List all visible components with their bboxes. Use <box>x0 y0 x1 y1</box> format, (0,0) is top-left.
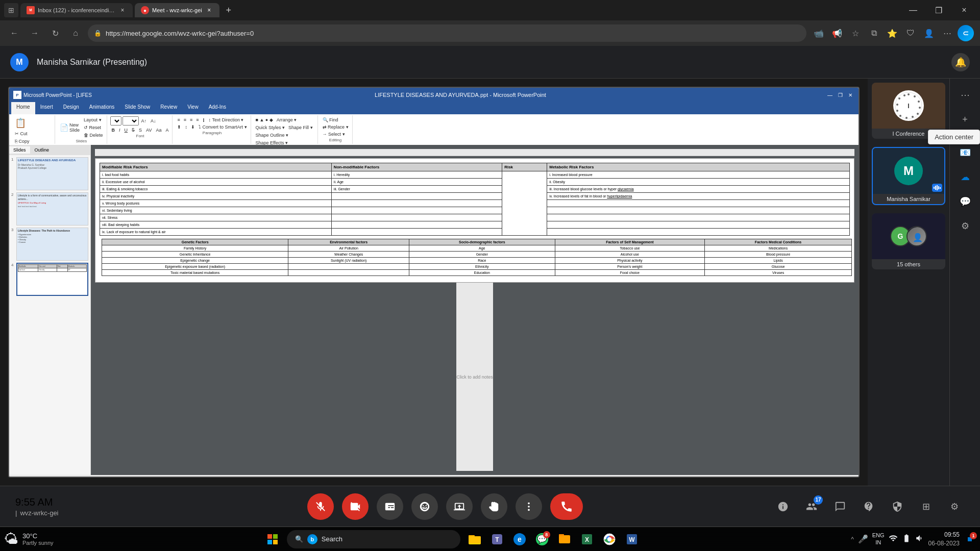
end-call-button[interactable] <box>550 493 583 520</box>
align-left-button[interactable]: ≡ <box>176 116 181 123</box>
video-call-icon[interactable]: 📹 <box>811 25 827 41</box>
font-size-select[interactable] <box>122 116 139 126</box>
weather-widget[interactable]: 🌤 30°C Partly sunny <box>4 531 54 547</box>
info-button[interactable] <box>773 496 793 517</box>
search-bar[interactable]: 🔍 b Search <box>287 530 460 548</box>
taskbar-word[interactable]: W <box>622 529 642 549</box>
reset-button[interactable]: ↺ Reset <box>82 124 105 131</box>
select-button[interactable]: → Select ▾ <box>321 131 350 138</box>
new-tab-button[interactable]: + <box>222 3 236 17</box>
align-center-button[interactable]: ≡ <box>182 116 188 123</box>
volume-icon[interactable] <box>915 534 924 545</box>
shape-effects-button[interactable]: Shape Effects ▾ <box>254 139 289 145</box>
smartart-button[interactable]: ⤵ Convert to SmartArt ▾ <box>197 123 249 131</box>
forward-button[interactable]: → <box>27 25 43 41</box>
slides-tab[interactable]: Slides <box>9 146 31 154</box>
people-button[interactable]: 17 <box>801 496 822 517</box>
shape-outline-button[interactable]: Shape Outline ▾ <box>254 132 290 139</box>
onedrive-icon[interactable]: ☁ <box>955 167 975 187</box>
safety-button[interactable] <box>887 496 908 517</box>
taskbar-teams[interactable]: T <box>487 529 507 549</box>
find-button[interactable]: 🔍 Find <box>321 116 350 123</box>
system-clock[interactable]: 09:55 06-08-2023 <box>928 531 960 548</box>
cut-button[interactable]: ✂ Cut <box>13 130 53 137</box>
captions-button[interactable] <box>377 493 403 520</box>
ppt-tab-design[interactable]: Design <box>58 102 84 114</box>
more-menu-icon[interactable]: ⋯ <box>939 25 955 41</box>
maximize-button[interactable]: ❐ <box>927 2 950 18</box>
add-favorites-icon[interactable]: ⭐ <box>884 25 900 41</box>
notification-bell-icon[interactable]: 🔔 <box>951 53 970 71</box>
ppt-restore[interactable]: ❐ <box>836 91 844 99</box>
tab-meet[interactable]: ● Meet - wvz-wrkc-gei × <box>135 3 219 17</box>
add-notes-bar[interactable]: Click to add notes <box>456 283 493 471</box>
read-aloud-icon[interactable]: 📢 <box>829 25 845 41</box>
notification-area[interactable]: 1 <box>964 533 976 545</box>
new-slide-button[interactable]: 📄 NewSlide <box>58 121 81 134</box>
chat-button[interactable] <box>830 496 850 517</box>
ppt-tab-review[interactable]: Review <box>155 102 182 114</box>
decrease-font-button[interactable]: A↓ <box>149 117 158 124</box>
slide-thumb-2[interactable]: 2 Lifestyle is a form of communicative, … <box>11 192 88 226</box>
add-participant-icon[interactable]: + <box>955 109 975 130</box>
battery-icon[interactable] <box>902 534 911 545</box>
shadow-button[interactable]: S <box>137 127 143 134</box>
layout-button[interactable]: ⊞ <box>916 496 936 517</box>
ppt-tab-view[interactable]: View <box>182 102 204 114</box>
outlook-icon[interactable]: 📧 <box>955 142 975 163</box>
more-apps-icon[interactable]: ⋯ <box>955 85 975 105</box>
address-bar[interactable]: 🔒 https://meet.google.com/wvz-wrkc-gei?a… <box>88 24 806 42</box>
split-screen-icon[interactable]: ⧉ <box>866 25 882 41</box>
underline-button[interactable]: U <box>123 127 130 134</box>
shapes-button[interactable]: ■ ▲ ● ◆ <box>254 116 275 123</box>
columns-button[interactable]: ⫿ <box>201 116 207 123</box>
edge-shield-icon[interactable]: 🛡 <box>902 25 919 41</box>
gmail-tab-close[interactable]: × <box>118 6 127 14</box>
tab-grid-icon[interactable]: ⊞ <box>4 3 18 17</box>
align-bottom-button[interactable]: ⬇ <box>189 123 197 131</box>
home-button[interactable]: ⌂ <box>67 25 84 41</box>
language-indicator[interactable]: ENG IN <box>872 532 885 545</box>
start-button[interactable] <box>262 529 283 549</box>
teams-icon[interactable]: 💬 <box>955 191 975 212</box>
activities-button[interactable] <box>859 496 879 517</box>
taskbar-edge[interactable]: e <box>509 529 530 549</box>
arrange-button[interactable]: Arrange ▾ <box>275 116 299 123</box>
tray-expand-icon[interactable]: ^ <box>851 536 854 543</box>
ppt-close[interactable]: ✕ <box>846 91 854 99</box>
shape-fill-button[interactable]: Shape Fill ▾ <box>287 124 314 131</box>
settings-side-icon[interactable]: ⚙ <box>955 216 975 236</box>
ppt-tab-insert[interactable]: Insert <box>35 102 58 114</box>
delete-button[interactable]: 🗑 Delete <box>82 132 105 139</box>
tray-mic-icon[interactable]: 🎤 <box>858 534 868 544</box>
ppt-tab-addins[interactable]: Add-Ins <box>204 102 231 114</box>
raise-hand-button[interactable] <box>481 493 507 520</box>
copy-button[interactable]: ⎘ Copy <box>13 138 53 145</box>
ppt-tab-animations[interactable]: Animations <box>84 102 119 114</box>
paste-button[interactable]: 📋 <box>13 116 53 130</box>
bold-button[interactable]: B <box>110 127 117 134</box>
tab-gmail[interactable]: M Inbox (122) - iconferenceindia@... × <box>20 3 133 17</box>
change-case-button[interactable]: Aa <box>154 127 163 134</box>
favorites-icon[interactable]: ☆ <box>847 25 864 41</box>
outline-tab[interactable]: Outline <box>31 146 54 154</box>
strikethrough-button[interactable]: S̶ <box>130 127 136 134</box>
settings-button[interactable]: ⚙ <box>944 496 965 517</box>
quick-styles-button[interactable]: Quick Styles ▾ <box>254 124 287 131</box>
refresh-button[interactable]: ↻ <box>47 25 63 41</box>
align-middle-button[interactable]: ↕ <box>183 123 189 131</box>
taskbar-whatsapp[interactable]: 💬 8 <box>532 529 552 549</box>
text-direction-button[interactable]: ↕ Text Direction ▾ <box>207 116 246 123</box>
minimize-button[interactable]: — <box>901 2 925 18</box>
taskbar-chrome[interactable] <box>599 529 620 549</box>
font-family-select[interactable] <box>110 116 121 126</box>
close-window-button[interactable]: × <box>952 2 976 18</box>
layout-button[interactable]: Layout ▾ <box>82 116 105 123</box>
italic-button[interactable]: I <box>117 127 122 134</box>
camera-button[interactable] <box>342 493 369 520</box>
ppt-minimize[interactable]: — <box>826 91 834 99</box>
emoji-button[interactable] <box>411 493 438 520</box>
profile-icon[interactable]: 👤 <box>921 25 937 41</box>
ppt-tab-home[interactable]: Home <box>11 102 35 114</box>
align-right-button[interactable]: ≡ <box>188 116 194 123</box>
